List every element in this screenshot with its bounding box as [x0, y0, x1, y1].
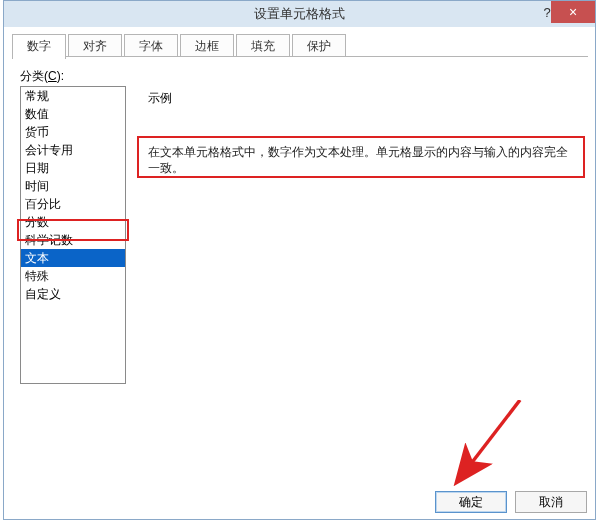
dialog-title: 设置单元格格式	[4, 1, 595, 27]
category-item[interactable]: 百分比	[21, 195, 125, 213]
example-label: 示例	[148, 90, 172, 107]
category-label-suffix: ):	[57, 69, 64, 83]
format-description: 在文本单元格格式中，数字作为文本处理。单元格显示的内容与输入的内容完全一致。	[148, 144, 573, 176]
category-item[interactable]: 时间	[21, 177, 125, 195]
tab-2[interactable]: 字体	[124, 34, 178, 57]
category-item[interactable]: 货币	[21, 123, 125, 141]
tab-0[interactable]: 数字	[12, 34, 66, 59]
tab-underline	[12, 56, 588, 57]
category-label: 分类(C):	[20, 68, 64, 85]
tab-4[interactable]: 填充	[236, 34, 290, 57]
tab-strip: 数字对齐字体边框填充保护	[12, 34, 348, 57]
category-item[interactable]: 数值	[21, 105, 125, 123]
category-item[interactable]: 常规	[21, 87, 125, 105]
category-label-prefix: 分类(	[20, 69, 48, 83]
category-item[interactable]: 文本	[21, 249, 125, 267]
category-label-accel: C	[48, 69, 57, 83]
cancel-button[interactable]: 取消	[515, 491, 587, 513]
category-item[interactable]: 科学记数	[21, 231, 125, 249]
category-item[interactable]: 分数	[21, 213, 125, 231]
category-item[interactable]: 特殊	[21, 267, 125, 285]
category-item[interactable]: 自定义	[21, 285, 125, 303]
category-item[interactable]: 会计专用	[21, 141, 125, 159]
category-listbox[interactable]: 常规数值货币会计专用日期时间百分比分数科学记数文本特殊自定义	[20, 86, 126, 384]
titlebar: 设置单元格格式 ? ×	[4, 1, 595, 27]
tab-1[interactable]: 对齐	[68, 34, 122, 57]
tab-3[interactable]: 边框	[180, 34, 234, 57]
ok-button[interactable]: 确定	[435, 491, 507, 513]
category-item[interactable]: 日期	[21, 159, 125, 177]
close-button[interactable]: ×	[551, 1, 595, 23]
tab-5[interactable]: 保护	[292, 34, 346, 57]
